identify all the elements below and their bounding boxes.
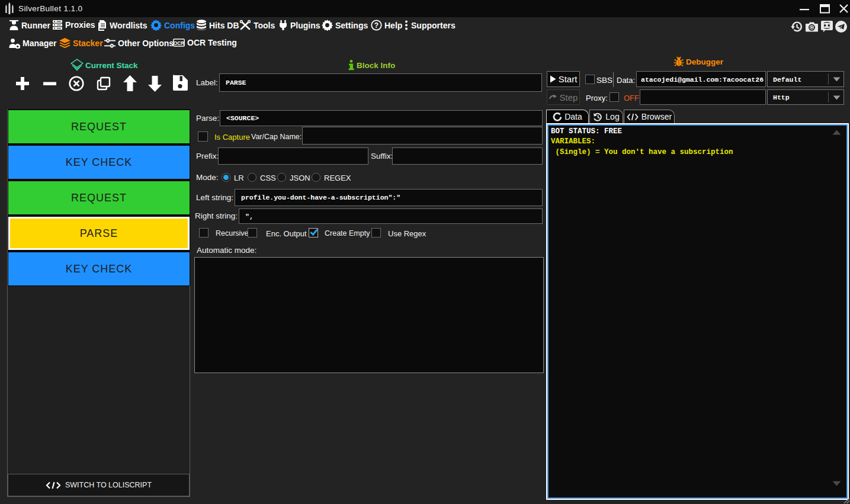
svg-text:?: ? — [374, 21, 379, 30]
svg-text:OCR: OCR — [174, 40, 185, 46]
